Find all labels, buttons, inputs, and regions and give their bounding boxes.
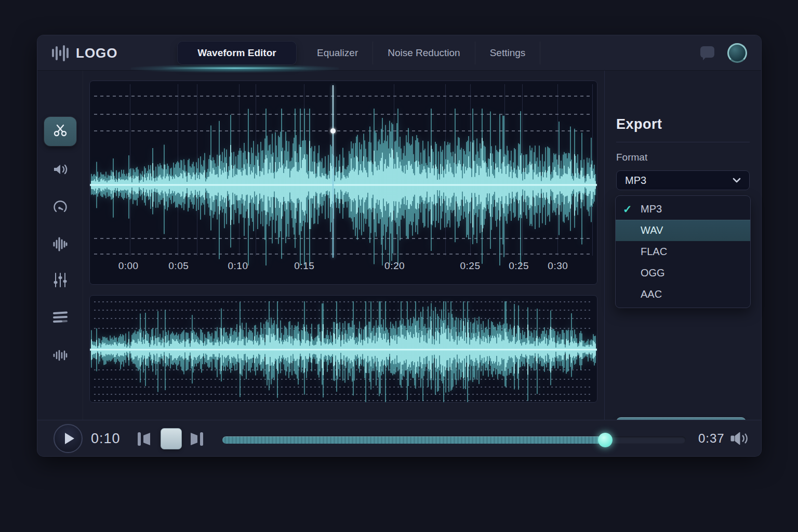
format-option-wav[interactable]: ✓ WAV bbox=[616, 220, 750, 241]
playhead[interactable] bbox=[332, 85, 334, 258]
format-select-value: MP3 bbox=[625, 175, 646, 187]
time-tick: 0:10 bbox=[228, 260, 248, 272]
faders-tool-button[interactable] bbox=[44, 267, 76, 296]
time-tick: 0:25 bbox=[460, 260, 481, 272]
time-tick: 0:15 bbox=[294, 260, 314, 272]
format-select[interactable]: MP3 bbox=[616, 170, 750, 190]
gauge-tool-button[interactable] bbox=[44, 193, 76, 222]
layers-icon bbox=[52, 311, 69, 326]
time-tick: 0:30 bbox=[548, 260, 568, 272]
format-option-aac[interactable]: ✓ AAC bbox=[616, 284, 750, 305]
format-option-mp3[interactable]: ✓ MP3 bbox=[616, 198, 750, 220]
time-tick: 0:00 bbox=[118, 260, 139, 272]
logo: LOGO bbox=[52, 35, 118, 71]
sliders-icon bbox=[52, 272, 68, 290]
scissors-icon bbox=[52, 123, 68, 140]
elapsed-time: 0:10 bbox=[91, 420, 121, 457]
chevron-down-icon bbox=[733, 176, 741, 185]
nav-tabs: Waveform Editor Equalizer Noise Reductio… bbox=[178, 35, 540, 71]
tab-settings[interactable]: Settings bbox=[475, 42, 541, 64]
waveform-small-icon bbox=[52, 348, 69, 365]
secondary-waveform-display[interactable] bbox=[89, 295, 597, 403]
main-waveform-display[interactable]: 0:00 0:05 0:10 0:15 0:20 0:25 0:25 0:30 bbox=[89, 81, 597, 285]
skip-forward-button[interactable] bbox=[189, 432, 205, 448]
logo-text: LOGO bbox=[76, 45, 118, 61]
volume-tool-button[interactable] bbox=[44, 156, 76, 185]
export-panel-title: Export bbox=[616, 116, 662, 132]
skip-back-button[interactable] bbox=[136, 432, 152, 448]
time-tick: 0:25 bbox=[509, 260, 529, 272]
play-icon bbox=[65, 433, 74, 444]
total-time: 0:37 bbox=[698, 420, 725, 457]
chat-icon[interactable] bbox=[700, 46, 714, 58]
skip-forward-icon bbox=[189, 432, 205, 446]
time-tick: 0:20 bbox=[384, 260, 405, 272]
tab-waveform-editor[interactable]: Waveform Editor bbox=[178, 42, 296, 64]
waveform-graphic bbox=[90, 296, 597, 403]
header-bar: LOGO Waveform Editor Equalizer Noise Red… bbox=[37, 35, 761, 71]
waveform-bars-icon bbox=[51, 236, 69, 255]
avatar[interactable] bbox=[727, 43, 747, 63]
waveform-small-tool-button[interactable] bbox=[44, 342, 76, 371]
progress-thumb[interactable] bbox=[598, 433, 613, 447]
waveform-tool-button[interactable] bbox=[44, 231, 76, 260]
waveform-graphic bbox=[90, 89, 597, 265]
audio-bars-logo-icon bbox=[52, 44, 69, 62]
transport-bar: 0:10 0:37 bbox=[37, 420, 761, 456]
export-panel: Export Format MP3 ✓ MP3 ✓ WAV ✓ FLAC ✓ bbox=[604, 71, 761, 455]
stop-button[interactable] bbox=[161, 428, 182, 449]
progress-fill bbox=[222, 436, 605, 444]
format-label: Format bbox=[616, 152, 647, 163]
progress-slider[interactable] bbox=[222, 436, 686, 444]
skip-back-icon bbox=[136, 432, 152, 446]
format-dropdown: ✓ MP3 ✓ WAV ✓ FLAC ✓ OGG ✓ AAC bbox=[615, 195, 751, 308]
divider bbox=[616, 142, 750, 142]
layers-tool-button[interactable] bbox=[44, 304, 76, 333]
gauge-icon bbox=[52, 199, 68, 217]
tab-noise-reduction[interactable]: Noise Reduction bbox=[373, 42, 475, 64]
play-button[interactable] bbox=[54, 424, 83, 453]
playhead-handle[interactable] bbox=[330, 128, 336, 134]
tab-equalizer[interactable]: Equalizer bbox=[302, 42, 373, 64]
tool-sidebar bbox=[37, 71, 83, 455]
format-option-ogg[interactable]: ✓ OGG bbox=[616, 262, 750, 284]
time-tick: 0:05 bbox=[168, 260, 189, 272]
app-window: LOGO Waveform Editor Equalizer Noise Red… bbox=[37, 35, 761, 456]
format-option-flac[interactable]: ✓ FLAC bbox=[616, 241, 750, 262]
volume-icon[interactable] bbox=[730, 431, 750, 448]
cut-tool-button[interactable] bbox=[44, 117, 76, 146]
speaker-icon bbox=[52, 162, 69, 179]
check-icon: ✓ bbox=[623, 203, 634, 216]
